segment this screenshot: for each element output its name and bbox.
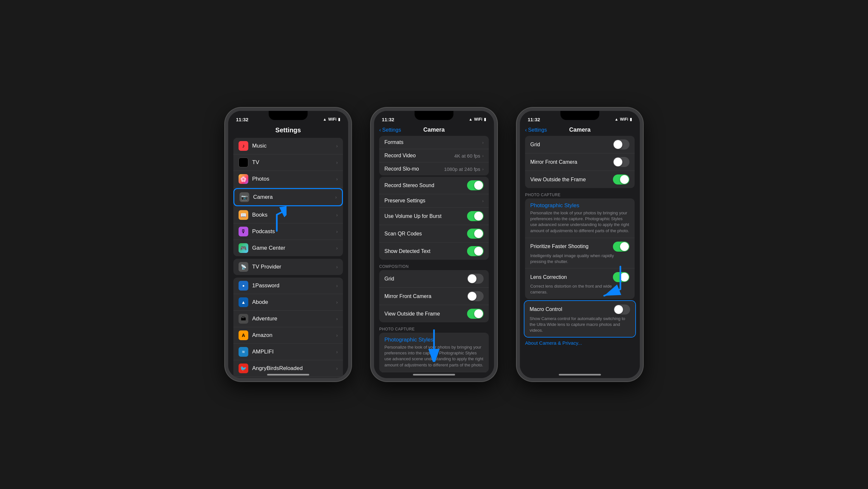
settings-item-tvprovider[interactable]: 📡 TV Provider ›	[234, 259, 343, 275]
camera-icon: 📷	[240, 192, 249, 202]
phone-notch-1	[269, 111, 308, 120]
phone3-photo-capture-group: Photographic Styles Personalize the look…	[525, 198, 634, 299]
section-photocapture: PHOTO CAPTURE	[374, 324, 494, 333]
1password-icon: ●	[239, 281, 248, 291]
showtext-toggle[interactable]	[467, 246, 484, 256]
cam-row-recordstereo[interactable]: Record Stereo Sound	[379, 177, 489, 194]
settings-item-music[interactable]: ♪ Music ›	[234, 138, 343, 154]
cam-row-recordvideo[interactable]: Record Video 4K at 60 fps ›	[379, 149, 489, 162]
phone-notch-2	[414, 111, 454, 120]
camera-group-top: Formats › Record Video 4K at 60 fps › Re…	[379, 136, 489, 176]
books-icon: 📖	[239, 210, 248, 220]
back-chevron-2: ‹	[379, 127, 381, 133]
settings-item-camera[interactable]: 📷 Camera ›	[234, 189, 342, 205]
photo-capture-group: Photographic Styles Personalize the look…	[379, 333, 489, 372]
cam-row-grid[interactable]: Grid	[379, 270, 489, 287]
angrybirds-icon: 🐦	[239, 364, 248, 373]
cam-row-scanqr[interactable]: Scan QR Codes	[379, 225, 489, 243]
music-chevron: ›	[336, 143, 338, 149]
abode-icon: ▲	[239, 297, 248, 307]
section-photocapture-3: PHOTO CAPTURE	[520, 189, 640, 198]
nav-back-2[interactable]: ‹ Settings	[379, 127, 401, 133]
volumeup-toggle[interactable]	[467, 211, 484, 221]
settings-item-books[interactable]: 📖 Books ›	[234, 207, 343, 223]
podcasts-icon: 🎙	[239, 227, 248, 236]
settings-item-gamecenter[interactable]: 🎮 Game Center ›	[234, 240, 343, 256]
tv-chevron: ›	[336, 160, 338, 165]
cam-row-preserve[interactable]: Preserve Settings ›	[379, 194, 489, 208]
status-icons-1: ▲ WiFi ▮	[323, 117, 340, 122]
cam-row-mirrorfront[interactable]: Mirror Front Camera	[379, 287, 489, 305]
photographic-styles-row[interactable]: Photographic Styles Personalize the look…	[379, 333, 489, 372]
settings-item-amazon[interactable]: A Amazon ›	[234, 327, 343, 344]
cam-row-macro[interactable]: Macro Control Show Camera control for au…	[524, 301, 635, 337]
cam-row-volumeup[interactable]: Use Volume Up for Burst	[379, 208, 489, 225]
scanqr-toggle[interactable]	[467, 228, 484, 239]
phone3-grid-toggle[interactable]	[613, 140, 629, 150]
phone3-photographic-styles-row[interactable]: Photographic Styles Personalize the look…	[525, 198, 634, 238]
status-icons-3: ▲ WiFi ▮	[615, 117, 632, 122]
tv-icon: tv	[239, 158, 248, 167]
phone3-cam-row-lens[interactable]: Lens Correction Correct lens distortion …	[525, 269, 634, 299]
camera-group-sound: Record Stereo Sound Preserve Settings › …	[379, 177, 489, 260]
settings-group-1: ♪ Music › tv TV › 🌸 Photos › �	[234, 138, 343, 378]
cam-row-recordslomo[interactable]: Record Slo-mo 1080p at 240 fps ›	[379, 162, 489, 176]
gamecenter-icon: 🎮	[239, 243, 248, 253]
cam-row-showtext[interactable]: Show Detected Text	[379, 243, 489, 260]
phone-3: 11:32 ▲ WiFi ▮ ‹ Settings Camera Grid	[517, 108, 643, 381]
recordvideo-chevron: ›	[482, 153, 484, 158]
photographic-styles-desc: Personalize the look of your photos by b…	[384, 344, 484, 368]
phone-1-screen: 11:32 ▲ WiFi ▮ Settings ♪ Music › tv TV …	[228, 111, 348, 378]
phone3-cam-row-grid[interactable]: Grid	[525, 136, 634, 153]
phone3-cam-row-mirrorfront[interactable]: Mirror Front Camera	[525, 153, 634, 171]
phone3-cam-row-viewoutside[interactable]: View Outside the Frame	[525, 171, 634, 188]
grid-toggle[interactable]	[467, 274, 484, 284]
battery-icon: ▮	[338, 117, 340, 122]
wifi-icon-3: WiFi	[620, 117, 628, 122]
photographic-styles-label: Photographic Styles	[384, 337, 484, 343]
prioritize-desc: Intelligently adapt image quality when r…	[530, 253, 629, 265]
nav-title-3: Camera	[569, 126, 591, 133]
record-stereo-toggle[interactable]	[467, 180, 484, 190]
settings-item-tv[interactable]: tv TV ›	[234, 154, 343, 171]
cam-row-formats[interactable]: Formats ›	[379, 136, 489, 149]
gamecenter-chevron: ›	[336, 245, 338, 251]
wifi-icon-2: WiFi	[474, 117, 482, 122]
app-items-group: ● 1Password › ▲ Abode › 🏔 Adventure › A …	[234, 278, 343, 378]
composition-group: Grid Mirror Front Camera View Outside th…	[379, 270, 489, 322]
macro-desc: Show Camera control for automatically sw…	[530, 316, 630, 334]
about-privacy-link[interactable]: About Camera & Privacy...	[520, 338, 640, 348]
settings-item-adventure[interactable]: 🏔 Adventure ›	[234, 311, 343, 327]
wifi-icon: WiFi	[328, 117, 336, 122]
amplifi-icon: ≋	[239, 347, 248, 357]
status-time-2: 11:32	[382, 117, 394, 122]
settings-item-applestore[interactable]: 🍎 Apple Store ›	[234, 377, 343, 378]
lens-correction-toggle[interactable]	[613, 272, 629, 282]
settings-item-photos[interactable]: 🌸 Photos ›	[234, 171, 343, 187]
mirrorfront-toggle[interactable]	[467, 291, 484, 301]
phone3-photographic-styles-desc: Personalize the look of your photos by b…	[530, 210, 629, 234]
phone3-cam-row-prioritize[interactable]: Prioritize Faster Shooting Intelligently…	[525, 238, 634, 269]
settings-item-1password[interactable]: ● 1Password ›	[234, 278, 343, 294]
phone-3-screen: 11:32 ▲ WiFi ▮ ‹ Settings Camera Grid	[520, 111, 640, 378]
viewoutside-toggle[interactable]	[467, 309, 484, 319]
camera-item-highlighted[interactable]: 📷 Camera ›	[234, 188, 343, 206]
phone3-viewoutside-toggle[interactable]	[613, 175, 629, 184]
phone-2: 11:32 ▲ WiFi ▮ ‹ Settings Camera Formats…	[371, 108, 497, 381]
settings-item-abode[interactable]: ▲ Abode ›	[234, 294, 343, 311]
settings-item-podcasts[interactable]: 🎙 Podcasts ›	[234, 223, 343, 240]
tv-provider-group: 📡 TV Provider ›	[234, 259, 343, 275]
prioritize-toggle[interactable]	[613, 242, 629, 252]
tvprovider-chevron: ›	[336, 264, 338, 270]
nav-back-3[interactable]: ‹ Settings	[525, 127, 547, 133]
settings-item-amplifi[interactable]: ≋ AMPLIFI ›	[234, 344, 343, 360]
music-icon: ♪	[239, 141, 248, 151]
cam-row-viewoutside[interactable]: View Outside the Frame	[379, 305, 489, 322]
phone3-mirrorfront-toggle[interactable]	[613, 157, 629, 167]
macro-control-highlight: Macro Control Show Camera control for au…	[524, 300, 636, 338]
phone-2-screen: 11:32 ▲ WiFi ▮ ‹ Settings Camera Formats…	[374, 111, 494, 378]
photos-chevron: ›	[336, 176, 338, 182]
nav-bar-2: ‹ Settings Camera	[374, 125, 494, 136]
battery-icon-3: ▮	[630, 117, 632, 122]
macro-toggle[interactable]	[614, 305, 630, 314]
